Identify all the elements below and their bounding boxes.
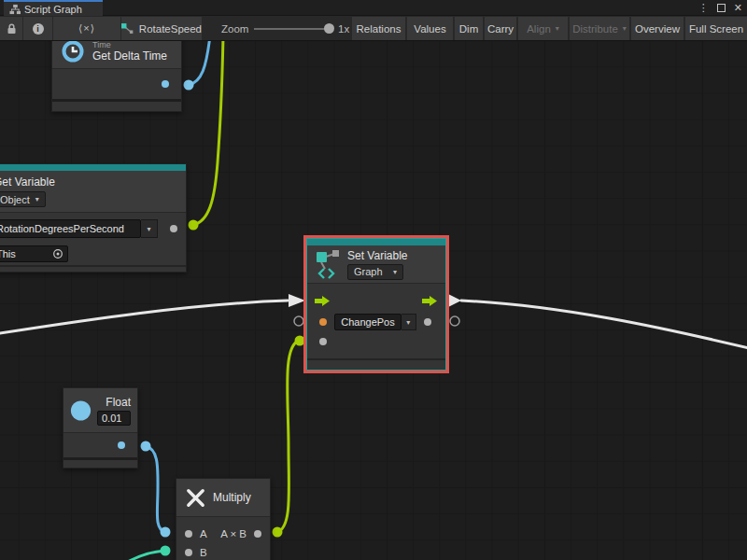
node-footer [63, 457, 137, 468]
variable-name-select[interactable]: ChangePos [334, 314, 402, 330]
value-input-port[interactable] [319, 318, 327, 326]
node-footer [0, 265, 186, 272]
lock-icon [7, 23, 17, 35]
node-set-variable[interactable]: Set Variable Graph ▾ [306, 238, 446, 371]
result-output-port[interactable] [254, 530, 261, 538]
script-graph-icon [121, 23, 134, 35]
float-wire[interactable] [146, 446, 165, 532]
float-value-input[interactable]: 0.01 [97, 411, 131, 426]
node-multiply[interactable]: Multiply A A × B B [176, 478, 271, 560]
node-header: Time Get Delta Time [52, 41, 181, 69]
variable-accent-bar [0, 164, 186, 171]
value-input-port-2[interactable] [319, 338, 327, 345]
info-icon: i [33, 23, 44, 35]
menu-icon[interactable]: ⋮ [698, 0, 709, 16]
multiply-b-wire[interactable] [124, 551, 165, 560]
node-title: Set Variable [347, 249, 407, 262]
carry-button[interactable]: Carry [485, 17, 516, 40]
clock-icon [61, 41, 85, 63]
variable-scope-select[interactable]: Object ▾ [0, 191, 46, 207]
lock-button[interactable] [0, 17, 22, 40]
variable-name-field[interactable]: RotationDegreesPerSecond [0, 219, 141, 238]
node-kicker: Time [92, 41, 167, 49]
node-header: Float 0.01 [63, 388, 137, 433]
node-ports: A A × B B [176, 517, 270, 560]
node-get-delta-time[interactable]: Time Get Delta Time [51, 41, 182, 112]
zoom-slider-handle[interactable] [324, 23, 334, 34]
port-label: A [200, 528, 207, 539]
node-get-variable[interactable]: Get Variable Object ▾ RotationDegreesPer… [0, 163, 187, 273]
dropdown-caret-icon: ▾ [393, 268, 397, 276]
node-header: Multiply [176, 479, 270, 517]
zoom-slider[interactable] [254, 28, 331, 30]
output-port[interactable] [162, 80, 169, 88]
wire-endpoint[interactable] [141, 441, 151, 452]
window-controls: ⋮ ✕ [698, 0, 742, 16]
code-preview-button[interactable]: ⟨×⟩ [53, 17, 120, 40]
wire-endpoint[interactable] [161, 546, 171, 556]
flow-input-port[interactable] [315, 296, 331, 306]
wire-endpoint[interactable] [184, 80, 194, 91]
target-object-field[interactable]: This [0, 245, 68, 262]
info-button[interactable]: i [23, 17, 52, 40]
value-output-port[interactable] [424, 318, 431, 326]
flow-wire-left[interactable] [0, 301, 288, 334]
unity-script-graph-window: Script Graph ⋮ ✕ i ⟨×⟩ RotateS [0, 0, 747, 560]
overview-button[interactable]: Overview [631, 17, 684, 40]
fullscreen-button[interactable]: Full Screen [685, 17, 747, 40]
tab-script-graph[interactable]: Script Graph [4, 0, 103, 16]
input-port-b[interactable] [185, 549, 192, 556]
wire-endpoint[interactable] [189, 220, 199, 231]
align-button[interactable]: Align▾ [518, 17, 568, 40]
maximize-icon[interactable] [717, 4, 726, 12]
code-icon: ⟨×⟩ [78, 22, 95, 35]
dim-button[interactable]: Dim [455, 17, 483, 40]
value-output-port[interactable] [170, 225, 177, 232]
flow-wire-right[interactable] [461, 301, 747, 349]
multiply-icon [185, 487, 206, 509]
output-port[interactable] [118, 441, 125, 449]
empty-socket[interactable] [450, 316, 459, 326]
node-title: Get Variable [0, 175, 55, 189]
node-footer [52, 99, 181, 111]
graph-canvas[interactable]: Time Get Delta Time Get Variable Object … [0, 41, 747, 560]
node-ports: RotationDegreesPerSecond ▾ This [0, 213, 186, 265]
port-label: A × B [220, 528, 247, 539]
delta-time-wire[interactable] [189, 41, 210, 85]
variable-name-caret[interactable]: ▾ [402, 314, 416, 330]
node-ports [52, 69, 181, 99]
node-header: Set Variable Graph ▾ [307, 245, 445, 284]
graph-toolbar: i ⟨×⟩ RotateSpeed Zoom 1x Relations Valu… [0, 16, 747, 41]
node-title: Float [97, 396, 131, 409]
values-button[interactable]: Values [407, 17, 453, 40]
node-footer [307, 358, 445, 370]
multiply-result-wire[interactable] [277, 341, 299, 532]
tab-bar: Script Graph ⋮ ✕ [0, 0, 747, 16]
zoom-value: 1x [338, 16, 349, 41]
graph-tab-icon [9, 4, 21, 15]
wire-endpoint[interactable] [273, 527, 283, 538]
zoom-label: Zoom [221, 16, 248, 41]
flow-output-port[interactable] [422, 296, 438, 306]
relations-button[interactable]: Relations [352, 17, 405, 40]
dropdown-caret-icon: ▾ [35, 195, 39, 203]
set-variable-icon [316, 249, 340, 280]
flow-arrowhead [289, 294, 305, 307]
graph-breadcrumb[interactable]: RotateSpeed [121, 17, 202, 40]
node-header: Get Variable Object ▾ [0, 171, 186, 213]
object-picker-icon[interactable] [52, 248, 63, 259]
distribute-button[interactable]: Distribute▾ [570, 17, 629, 40]
wire-endpoint[interactable] [161, 527, 171, 538]
node-float[interactable]: Float 0.01 [63, 387, 138, 469]
variable-scope-select[interactable]: Graph ▾ [347, 264, 403, 280]
input-port-a[interactable] [185, 530, 192, 538]
empty-socket[interactable] [294, 316, 303, 326]
tab-label: Script Graph [24, 4, 82, 15]
variable-name-caret[interactable]: ▾ [141, 219, 158, 238]
wire-endpoint[interactable] [295, 336, 305, 346]
node-title: Multiply [213, 491, 251, 504]
get-variable-wire[interactable] [193, 41, 223, 225]
dropdown-caret-icon: ▾ [623, 24, 627, 33]
close-icon[interactable]: ✕ [734, 0, 742, 16]
dropdown-caret-icon: ▾ [556, 24, 559, 33]
